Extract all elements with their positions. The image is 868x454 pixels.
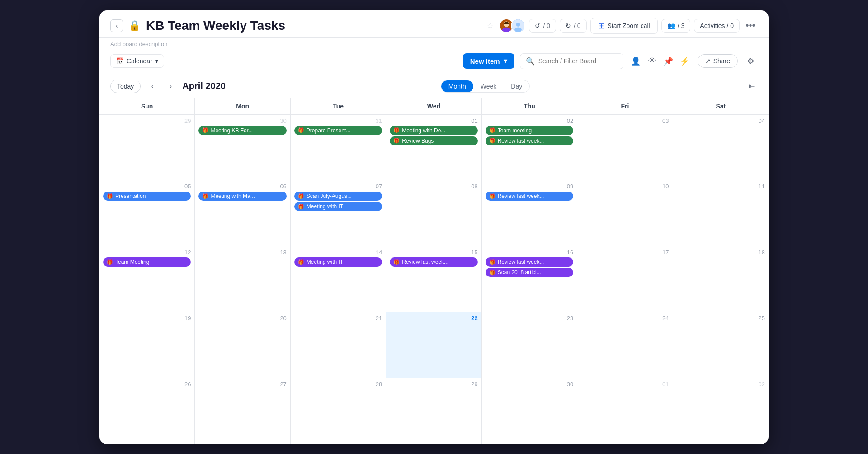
board-description[interactable]: Add board description [110,41,167,47]
event-label: Meeting KB For... [211,127,253,134]
calendar-event[interactable]: 🎁Team Meeting [103,257,191,267]
filter-icon[interactable]: ⚡ [678,54,692,68]
day-cell[interactable]: 27 [195,378,290,444]
event-icon: 🎁 [393,138,400,144]
zoom-call-button[interactable]: ⊞ Start Zoom call [590,18,658,34]
day-cell[interactable]: 25 [673,312,769,378]
event-icon: 🎁 [202,127,208,133]
event-label: Review last week... [498,259,544,265]
event-icon: 🎁 [298,259,304,265]
calendar-event[interactable]: 🎁Review last week... [390,257,477,267]
day-cell[interactable]: 07🎁Scan July-Augus...🎁Meeting with IT [291,180,386,246]
day-cell[interactable]: 16🎁Review last week...🎁Scan 2018 articl.… [482,246,577,312]
calendar-event[interactable]: 🎁Meeting with Ma... [198,192,286,201]
day-cell[interactable]: 21 [291,312,386,378]
day-cell[interactable]: 06🎁Meeting with Ma... [195,180,290,246]
board-title: KB Team Weekly Tasks [146,19,481,33]
calendar-view-button[interactable]: 📅 Calendar ▾ [110,54,164,68]
calendar-event[interactable]: 🎁Scan 2018 articl... [486,268,573,277]
share-icon: ↗ [705,57,711,65]
settings-icon[interactable]: ⚙ [743,54,758,68]
day-header-fri: Fri [577,98,673,114]
members-button[interactable]: 👥 / 3 [661,19,691,33]
day-cell[interactable]: 09🎁Review last week... [482,180,577,246]
calendar-body: 2930🎁Meeting KB For...31🎁Prepare Present… [99,115,769,444]
calendar-event[interactable]: 🎁Meeting KB For... [198,126,286,135]
more-button[interactable]: ••• [743,19,758,33]
day-cell[interactable]: 08 [386,180,481,246]
month-view-button[interactable]: Month [441,80,473,92]
event-icon: 🎁 [298,204,304,210]
calendar-event[interactable]: 🎁Scan July-Augus... [294,192,382,201]
zoom-icon: ⊞ [598,21,605,31]
day-number: 12 [103,249,191,256]
activities-button[interactable]: Activities / 0 [694,19,740,33]
day-cell[interactable]: 14🎁Meeting with IT [291,246,386,312]
event-label: Meeting with IT [307,203,343,210]
calendar-event[interactable]: 🎁Meeting with IT [294,202,382,211]
day-cell[interactable]: 30🎁Meeting KB For... [195,115,290,180]
day-cell[interactable]: 23 [482,312,577,378]
day-number: 11 [677,183,765,190]
next-month-button[interactable]: › [164,80,177,93]
day-cell[interactable]: 10 [577,180,673,246]
day-number: 30 [198,117,286,124]
new-item-button[interactable]: New Item ▾ [463,53,514,69]
calendar-event[interactable]: 🎁Review last week... [486,192,573,201]
day-cell[interactable]: 04 [673,115,769,180]
day-cell[interactable]: 15🎁Review last week... [386,246,481,312]
day-cell[interactable]: 12🎁Team Meeting [99,246,195,312]
calendar-event[interactable]: 🎁Meeting with De... [390,126,477,135]
day-cell[interactable]: 02 [673,378,769,444]
day-cell[interactable]: 20 [195,312,290,378]
day-number: 03 [581,117,669,124]
calendar-event[interactable]: 🎁Meeting with IT [294,257,382,267]
prev-month-button[interactable]: ‹ [146,80,159,93]
collapse-button[interactable]: ‹ [110,19,123,32]
person-filter-icon[interactable]: 👤 [629,54,643,68]
calendar-event[interactable]: 🎁Prepare Present... [294,126,382,135]
collapse-right-icon[interactable]: ⇤ [745,80,758,93]
search-box: 🔍 [520,53,623,69]
redo-button[interactable]: ↻ / 0 [560,19,587,33]
day-cell[interactable]: 31🎁Prepare Present... [291,115,386,180]
day-cell[interactable]: 03 [577,115,673,180]
day-cell[interactable]: 13 [195,246,290,312]
day-number: 26 [103,381,191,388]
hide-icon[interactable]: 👁 [645,54,660,68]
search-input[interactable] [538,57,618,65]
day-cell[interactable]: 22 [386,312,481,378]
today-button[interactable]: Today [110,80,141,93]
day-cell[interactable]: 24 [577,312,673,378]
day-cell[interactable]: 11 [673,180,769,246]
day-number: 16 [486,249,573,256]
day-cell[interactable]: 01 [577,378,673,444]
calendar-arrow-icon: ▾ [155,57,158,65]
day-cell[interactable]: 28 [291,378,386,444]
week-view-button[interactable]: Week [473,80,504,92]
calendar-event[interactable]: 🎁Review Bugs [390,136,477,145]
day-cell[interactable]: 02🎁Team meeting🎁Review last week... [482,115,577,180]
day-cell[interactable]: 05🎁Presentation [99,180,195,246]
event-icon: 🎁 [489,259,495,265]
day-cell[interactable]: 17 [577,246,673,312]
calendar-event[interactable]: 🎁Review last week... [486,257,573,267]
share-button[interactable]: ↗ Share [698,54,738,68]
calendar-event[interactable]: 🎁Team meeting [486,126,573,135]
day-cell[interactable]: 29 [386,378,481,444]
pin-icon[interactable]: 📌 [661,54,676,68]
day-number: 01 [581,381,669,388]
day-view-button[interactable]: Day [504,80,529,92]
week-row-0: 2930🎁Meeting KB For...31🎁Prepare Present… [99,115,769,181]
day-cell[interactable]: 19 [99,312,195,378]
calendar-event[interactable]: 🎁Review last week... [486,136,573,145]
star-icon[interactable]: ☆ [486,21,494,31]
day-cell[interactable]: 26 [99,378,195,444]
calendar-event[interactable]: 🎁Presentation [103,192,191,201]
day-cell[interactable]: 29 [99,115,195,180]
week-row-4: 26272829300102 [99,378,769,444]
undo-button[interactable]: ↺ / 0 [529,19,556,33]
day-cell[interactable]: 01🎁Meeting with De...🎁Review Bugs [386,115,481,180]
day-cell[interactable]: 18 [673,246,769,312]
day-cell[interactable]: 30 [482,378,577,444]
